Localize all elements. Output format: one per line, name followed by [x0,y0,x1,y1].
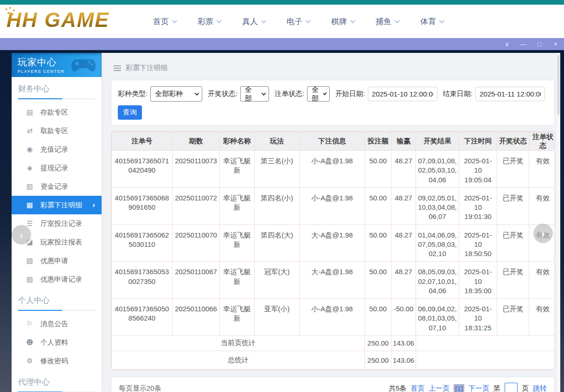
content-shell: 玩家中心 PLAYERS CENTER 财务中心 ▤ 存款专区 [12,53,560,392]
panel-expand-button[interactable]: › [533,224,553,243]
td-bet-amount: 50.00 [365,225,391,262]
password-icon: ⚙ [26,357,34,365]
td-draw-result: 06,09,04,02,08,01,03,05,07,10 [416,299,459,336]
close-icon[interactable]: × [552,38,559,50]
bet-detail-table-panel: 注单号 期数 彩种名称 玩法 下注信息 投注额 [111,131,555,370]
nav-item[interactable]: 棋牌 [331,16,354,27]
announcement-icon: ⚐ [26,320,34,328]
first-page-link[interactable]: 首页 [410,384,424,392]
td-bet-info: 大-A盘@1.98 [300,262,365,299]
td-play-type: 第三名(小) [255,151,300,188]
sidebar-item[interactable]: ▤ 存款专区 [12,103,102,122]
scrollbar-thumb[interactable] [557,55,560,115]
sidebar-item-label: 修改密码 [40,357,68,366]
sidebar-item-label: 玩家投注报表 [40,238,82,247]
total-stats-empty [416,351,555,369]
promo-apply-icon: ▧ [26,257,34,265]
td-win-loss: 48.27 [391,262,416,299]
end-date-input[interactable] [475,87,545,101]
current-page-indicator: [1] [454,384,464,392]
site-header: HH GAME 首页 彩票 真人 电子 棋牌 [0,5,564,38]
column-header: 下注信息 [300,132,365,151]
pagination-panel: 每页显示20条 共5条 首页 上一页 [1] 下一页 第 页 跳转 [111,377,555,392]
td-bet-amount: 50.00 [365,299,391,336]
jump-link[interactable]: 跳转 [533,384,547,392]
dropdown-icon[interactable]: ∨ [503,38,511,50]
menu-toggle-icon[interactable] [114,68,121,69]
per-page-label: 每页显示20条 [119,384,161,392]
promo-apply-record-icon: ▨ [26,275,34,283]
nav-item[interactable]: 捕鱼 [376,16,398,27]
sidebar-item[interactable]: ◉ 充值记录 [12,140,102,159]
td-play-type: 亚军(小) [255,299,300,336]
window-controls: ∨ — □ × [503,38,559,50]
sidebar-item-label: 存款专区 [40,108,68,117]
td-bet-amount: 50.00 [365,262,391,299]
table-row: 401569173650710420490 20250110073 幸运飞艇新 … [112,151,555,188]
sidebar-item[interactable]: ⚐ 消息公告 [12,315,102,333]
start-date-input[interactable] [368,87,437,101]
search-button[interactable]: 查询 [118,105,142,120]
sidebar-item[interactable]: ◈ 提现记录 [12,159,102,177]
jump-suffix-label: 页 [522,384,529,392]
order-status-label: 注单状态: [275,90,304,98]
column-header: 注单状态 [529,132,555,151]
prev-page-link[interactable]: 上一页 [429,384,449,392]
page-stats-win-loss: 143.06 [391,335,416,351]
next-page-link[interactable]: 下一页 [468,384,489,392]
funds-record-icon: ▥ [26,182,34,191]
sidebar-item[interactable]: ☻ 个人资料 [12,333,102,352]
pagination-controls: 共5条 首页 上一页 [1] 下一页 第 页 跳转 [389,383,547,392]
page-stats-label: 当前页统计 [112,335,365,351]
td-play-type: 第四名(小) [255,187,300,225]
order-status-select[interactable]: 全部 [307,86,330,102]
td-order-status: 有效 [529,151,555,188]
nav-item[interactable]: 首页 [153,16,176,27]
nav-item[interactable]: 体育 [420,16,443,27]
column-header: 投注额 [365,132,391,151]
sidebar-item[interactable]: ▨ 优惠申请记录 [12,270,102,289]
sidebar: 玩家中心 PLAYERS CENTER 财务中心 ▤ 存款专区 [12,53,102,392]
sidebar-item-label: 优惠申请 [40,257,68,265]
td-draw-result: 09,02,05,01,10,03,04,08,06,07 [416,187,459,225]
column-header: 注单号 [112,132,173,151]
td-order-no: 401569173650710420490 [112,151,173,188]
td-bet-info: 小-A盘@1.98 [300,187,365,225]
nav-item[interactable]: 真人 [242,16,265,27]
nav-item-label: 首页 [153,16,169,27]
nav-item[interactable]: 电子 [287,16,309,27]
minimize-icon[interactable]: — [519,38,527,50]
scrollbar-track [557,53,560,392]
lottery-type-select[interactable]: 全部彩种 [150,86,202,102]
maximize-icon[interactable]: □ [536,38,543,50]
td-draw-status: 已开奖 [497,299,529,336]
sidebar-item-label: 厅室投注记录 [40,219,82,228]
draw-status-label: 开奖状态: [208,90,237,98]
td-win-loss: -50.00 [391,299,416,336]
td-issue: 20250110070 [173,225,220,262]
chevron-down-icon [439,18,444,23]
column-header: 输赢 [391,132,416,151]
table-header-row: 注单号 期数 彩种名称 玩法 下注信息 投注额 [112,132,555,151]
sidebar-item[interactable]: ▥ 资金记录 [12,177,102,196]
sidebar-item[interactable]: ▦ 彩票下注明细 [12,196,102,214]
td-draw-result: 07,09,01,08,02,05,03,10,04,06 [416,151,459,188]
breadcrumb: 彩票下注明细 [102,53,557,73]
sidebar-collapse-button[interactable]: ‹ [12,225,31,244]
table-row: 401569173650625030110 20250110070 幸运飞艇新 … [112,225,555,262]
td-bet-info: 大-A盘@1.98 [300,225,365,262]
td-order-status: 有效 [529,299,555,336]
draw-status-select[interactable]: 全部 [240,86,269,102]
sidebar-item[interactable]: ⇄ 取款专区 [12,122,102,140]
td-draw-result: 08,05,09,03,02,07,10,01,04,06 [416,262,459,299]
page-number-input[interactable] [505,383,518,392]
sidebar-item[interactable]: ▧ 优惠申请 [12,251,102,270]
chevron-down-icon [350,18,355,23]
nav-item-label: 真人 [242,16,258,27]
section-title-finance: 财务中心 [18,84,95,98]
td-bet-time: 2025-01-10 19:05:04 [459,151,497,188]
sidebar-item[interactable]: ⚙ 修改密码 [12,352,102,370]
td-bet-amount: 50.00 [365,187,391,225]
total-stats-bet-total: 250.00 [365,351,391,369]
nav-item[interactable]: 彩票 [198,16,220,27]
